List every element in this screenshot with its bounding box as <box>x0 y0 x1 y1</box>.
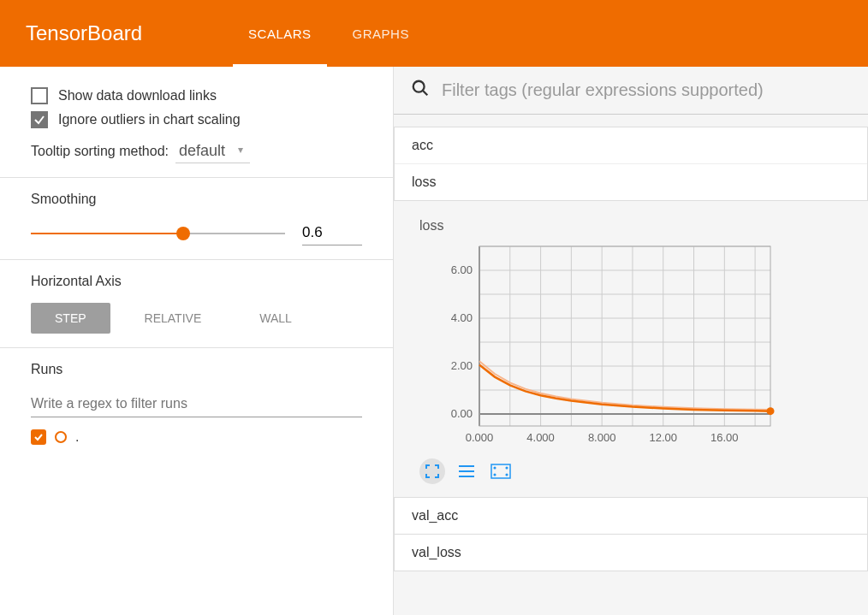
svg-rect-31 <box>479 246 770 426</box>
tab-scalars[interactable]: SCALARS <box>228 0 332 67</box>
list-icon[interactable] <box>454 458 479 484</box>
svg-text:4.00: 4.00 <box>451 311 473 324</box>
smoothing-slider[interactable] <box>31 225 285 242</box>
svg-text:0.000: 0.000 <box>466 431 494 444</box>
haxis-step[interactable]: STEP <box>31 303 110 334</box>
svg-point-39 <box>494 474 496 476</box>
svg-text:0.00: 0.00 <box>451 407 473 420</box>
tag-loss[interactable]: loss <box>395 164 867 200</box>
svg-point-0 <box>413 81 425 92</box>
main-panel: acc loss loss 0.002.004.006.000.0004.000… <box>394 67 868 615</box>
svg-point-40 <box>506 474 508 476</box>
tag-filter-input[interactable] <box>435 75 851 105</box>
smoothing-title: Smoothing <box>31 192 362 207</box>
show-download-label: Show data download links <box>58 88 217 103</box>
svg-point-37 <box>494 467 496 469</box>
app-logo: TensorBoard <box>26 21 142 45</box>
svg-text:2.00: 2.00 <box>451 359 473 372</box>
haxis-wall[interactable]: WALL <box>235 303 316 334</box>
haxis-title: Horizontal Axis <box>31 274 362 289</box>
run-name: . <box>75 429 79 445</box>
svg-text:16.00: 16.00 <box>710 431 739 444</box>
svg-point-38 <box>506 467 508 469</box>
tag-val-acc[interactable]: val_acc <box>395 498 867 534</box>
svg-line-1 <box>423 91 428 96</box>
run-checkbox[interactable] <box>31 429 46 445</box>
svg-text:8.000: 8.000 <box>588 431 616 444</box>
ignore-outliers-checkbox[interactable] <box>31 111 48 128</box>
tooltip-sort-select[interactable]: default <box>175 139 250 163</box>
sidebar: Show data download links Ignore outliers… <box>0 67 394 615</box>
svg-text:6.00: 6.00 <box>451 263 473 276</box>
smoothing-value-input[interactable] <box>302 221 362 245</box>
tooltip-sort-label: Tooltip sorting method: <box>31 144 169 159</box>
runs-filter-input[interactable] <box>31 391 362 417</box>
loss-chart[interactable]: 0.002.004.006.000.0004.0008.00012.0016.0… <box>419 242 779 452</box>
tag-val-loss[interactable]: val_loss <box>395 535 867 571</box>
app-header: TensorBoard SCALARS GRAPHS <box>0 0 868 67</box>
tab-graphs[interactable]: GRAPHS <box>332 0 430 67</box>
search-icon <box>411 79 430 102</box>
expand-icon[interactable] <box>419 458 445 484</box>
runs-title: Runs <box>31 362 362 377</box>
chart-title: loss <box>419 218 851 234</box>
show-download-checkbox[interactable] <box>31 87 48 104</box>
svg-rect-36 <box>491 464 510 478</box>
tag-acc[interactable]: acc <box>395 127 867 164</box>
svg-point-32 <box>767 407 775 415</box>
fit-icon[interactable] <box>488 458 514 484</box>
haxis-relative[interactable]: RELATIVE <box>121 303 226 334</box>
nav-tabs: SCALARS GRAPHS <box>228 0 430 67</box>
svg-text:12.00: 12.00 <box>649 431 677 444</box>
run-color-swatch[interactable] <box>55 431 67 443</box>
ignore-outliers-label: Ignore outliers in chart scaling <box>58 112 241 127</box>
svg-text:4.000: 4.000 <box>526 431 555 444</box>
